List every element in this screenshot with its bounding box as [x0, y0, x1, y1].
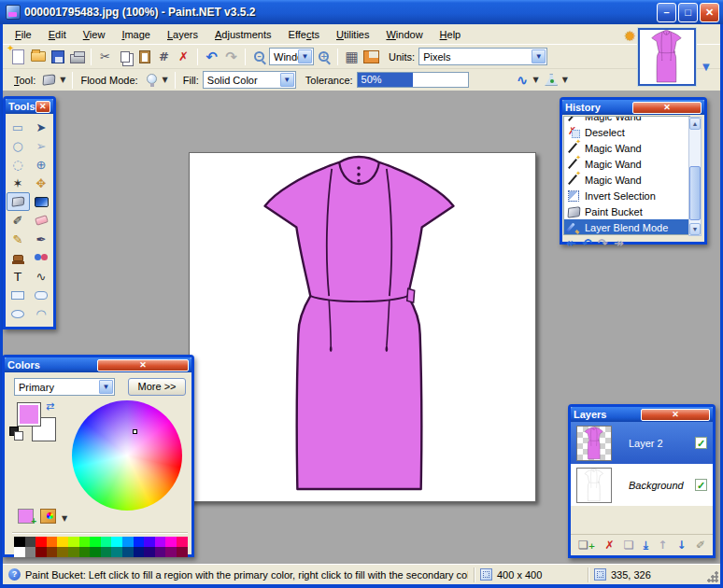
color-swatch[interactable] — [14, 537, 25, 547]
history-item[interactable]: Magic Wand — [564, 116, 689, 124]
image-list-chevron-icon[interactable]: ▼ — [702, 62, 710, 72]
history-redo-button[interactable]: ↷ — [598, 237, 608, 249]
color-swatch[interactable] — [101, 537, 112, 547]
chevron-down-icon[interactable]: ▼ — [60, 76, 65, 84]
maximize-button[interactable]: □ — [678, 3, 698, 22]
color-swatch[interactable] — [14, 547, 25, 557]
zoom-in-button[interactable]: + — [315, 48, 333, 65]
save-button[interactable] — [49, 48, 66, 65]
history-item[interactable]: Magic Wand — [564, 156, 689, 172]
menu-item-file[interactable]: File — [7, 26, 40, 43]
reset-colors-icon[interactable] — [9, 427, 24, 440]
history-panel-titlebar[interactable]: History✕ — [562, 100, 704, 115]
selection-quality-button[interactable]: ∿ — [514, 71, 532, 89]
color-swatch[interactable] — [134, 547, 145, 557]
color-swatch[interactable] — [101, 547, 112, 557]
close-icon[interactable]: ✕ — [632, 102, 702, 114]
rectangle-select-tool[interactable]: ▭ — [7, 118, 30, 136]
scroll-down-icon[interactable]: ▼ — [689, 223, 701, 235]
move-layer-down-button[interactable]: ↓ — [677, 539, 687, 552]
flood-mode-button[interactable] — [143, 71, 161, 89]
history-scrollbar[interactable]: ▲ ▼ — [688, 117, 702, 236]
palette-menu-button[interactable] — [40, 509, 56, 524]
colors-panel-titlebar[interactable]: Colors✕ — [5, 357, 191, 372]
color-swatch[interactable] — [35, 547, 47, 557]
recolor-tool[interactable] — [30, 248, 53, 267]
color-picker-tool[interactable]: ✒ — [30, 230, 53, 248]
layer-properties-button[interactable]: ✐ — [696, 539, 705, 552]
layer-visible-checkbox[interactable]: ✓ — [695, 437, 707, 449]
color-swatch[interactable] — [177, 547, 188, 557]
scroll-up-icon[interactable]: ▲ — [689, 118, 701, 130]
close-button[interactable]: ✕ — [700, 3, 719, 22]
menu-item-edit[interactable]: Edit — [40, 26, 75, 43]
color-wheel[interactable] — [72, 400, 182, 511]
tools-panel-titlebar[interactable]: Tools✕ — [6, 99, 53, 114]
ellipse-select-tool[interactable]: ◌ — [7, 155, 30, 174]
paintbrush-tool[interactable]: ✐ — [7, 211, 30, 230]
resize-grip[interactable] — [707, 571, 718, 582]
freeform-shape-tool[interactable]: ◠ — [30, 304, 53, 323]
line-curve-tool[interactable]: ∿ — [30, 267, 53, 286]
history-item[interactable]: Invert Selection — [564, 188, 689, 203]
image-tab-thumbnail[interactable] — [638, 28, 696, 86]
color-swatch[interactable] — [122, 547, 134, 557]
text-tool[interactable]: T — [7, 267, 30, 286]
units-dropdown[interactable]: Pixels▼ — [418, 48, 547, 65]
rounded-rectangle-tool[interactable] — [30, 286, 53, 304]
history-item[interactable]: Deselect — [564, 124, 689, 140]
history-rewind-button[interactable]: ↞ — [566, 237, 576, 249]
history-undo-button[interactable]: ↶ — [582, 237, 592, 249]
minimize-button[interactable]: – — [657, 3, 676, 22]
history-item[interactable]: Paint Bucket — [564, 203, 689, 219]
deselect-button[interactable]: ✗ — [175, 48, 192, 65]
color-swatch[interactable] — [155, 547, 166, 557]
clone-stamp-tool[interactable] — [7, 248, 30, 267]
close-icon[interactable]: ✕ — [641, 409, 710, 421]
merge-down-button[interactable]: ⤓ — [644, 539, 648, 552]
menu-item-help[interactable]: Help — [432, 26, 470, 43]
color-swatch[interactable] — [79, 537, 91, 547]
color-swatch[interactable] — [165, 537, 177, 547]
add-to-palette-button[interactable]: + — [18, 509, 34, 524]
color-swatch[interactable] — [177, 537, 188, 547]
primary-color-swatch[interactable] — [17, 402, 41, 427]
layer-visible-checkbox[interactable]: ✓ — [695, 479, 707, 491]
tolerance-slider[interactable]: 50% — [357, 72, 469, 88]
zoom-tool[interactable]: ⊕ — [30, 155, 53, 174]
color-swatch[interactable] — [165, 547, 177, 557]
history-fastforward-button[interactable]: ↠ — [614, 237, 624, 249]
menu-item-window[interactable]: Window — [377, 26, 431, 43]
color-swatch[interactable] — [79, 547, 91, 557]
color-swatch[interactable] — [57, 537, 68, 547]
chevron-down-icon[interactable]: ▼ — [62, 514, 67, 523]
color-swatch[interactable] — [35, 537, 47, 547]
move-layer-up-button[interactable]: ↑ — [658, 539, 667, 552]
gradient-tool[interactable] — [30, 192, 53, 211]
crop-button[interactable]: # — [155, 48, 173, 65]
history-item[interactable]: Magic Wand — [564, 140, 689, 156]
layers-panel-titlebar[interactable]: Layers✕ — [571, 407, 713, 422]
color-swatch[interactable] — [111, 547, 122, 557]
color-swatch[interactable] — [144, 547, 155, 557]
pan-tool[interactable]: ✥ — [30, 174, 53, 192]
menu-item-effects[interactable]: Effects — [280, 26, 328, 43]
color-swatch[interactable] — [90, 537, 101, 547]
color-swatch[interactable] — [47, 537, 58, 547]
menu-item-layers[interactable]: Layers — [159, 26, 206, 43]
color-mode-dropdown[interactable]: Primary▼ — [14, 378, 115, 396]
history-item[interactable]: Magic Wand — [564, 172, 689, 188]
color-swatch[interactable] — [57, 547, 68, 557]
print-button[interactable] — [68, 48, 86, 65]
undo-button[interactable]: ↶ — [203, 48, 220, 65]
title-bar[interactable]: 000001795483.jpg (100%) - Paint.NET v3.5… — [0, 0, 723, 24]
paste-button[interactable] — [135, 48, 153, 65]
paint-bucket-tool[interactable] — [7, 192, 30, 211]
ruler-button[interactable] — [362, 48, 380, 65]
ellipse-tool[interactable] — [7, 304, 30, 323]
color-swatch[interactable] — [122, 537, 134, 547]
move-selection-tool[interactable]: ➢ — [30, 136, 53, 155]
copy-button[interactable] — [116, 48, 134, 65]
duplicate-layer-button[interactable]: ❏ — [624, 539, 634, 552]
menu-item-utilities[interactable]: Utilities — [328, 26, 377, 43]
